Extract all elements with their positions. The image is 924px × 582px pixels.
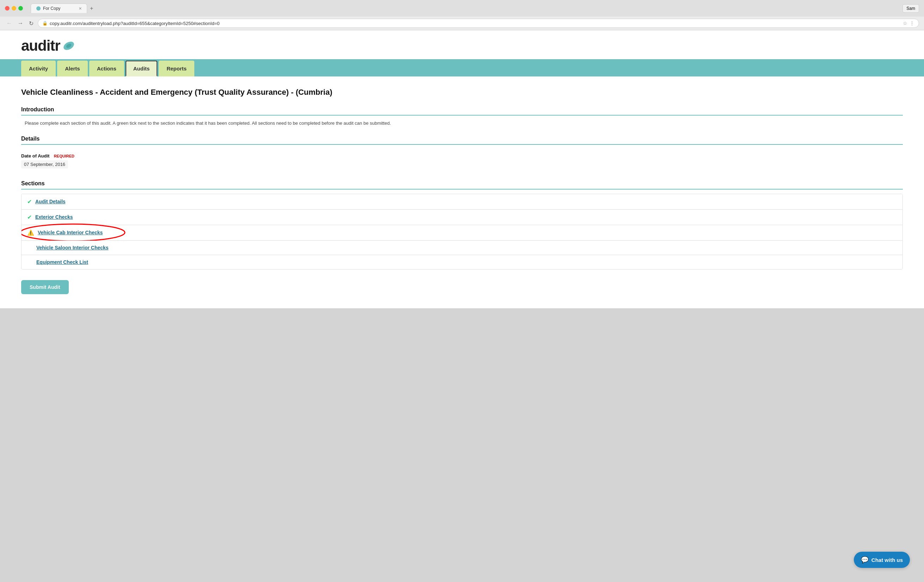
- warning-icon: ⚠️: [27, 229, 34, 236]
- bookmark-icon[interactable]: ☆: [903, 20, 908, 26]
- date-label: Date of Audit: [21, 153, 50, 158]
- minimize-button[interactable]: [12, 6, 16, 11]
- section-link-exterior-checks[interactable]: Exterior Checks: [35, 214, 73, 220]
- date-field: Date of Audit REQUIRED 07 September, 201…: [21, 149, 903, 172]
- lock-icon: 🔒: [42, 21, 48, 26]
- page-title: Vehicle Cleanliness - Accident and Emerg…: [21, 87, 903, 98]
- nav-bar: Activity Alerts Actions Audits Reports: [0, 59, 924, 76]
- close-button[interactable]: [5, 6, 10, 11]
- section-item-audit-details[interactable]: ✔ Audit Details: [21, 194, 903, 210]
- reload-button[interactable]: ↻: [28, 20, 35, 28]
- tab-favicon: [36, 6, 41, 11]
- tab-bar: For Copy ✕ +: [26, 3, 101, 13]
- date-value: 07 September, 2016: [21, 160, 68, 168]
- address-bar-row: ← → ↻ 🔒 copy.auditr.com/auditentryload.p…: [0, 16, 924, 30]
- url-text: copy.auditr.com/auditentryload.php?audit…: [50, 21, 901, 26]
- section-link-audit-details[interactable]: Audit Details: [35, 199, 66, 204]
- chat-icon: 💬: [861, 556, 869, 564]
- back-button[interactable]: ←: [5, 20, 13, 27]
- introduction-text: Please complete each section of this aud…: [21, 120, 903, 127]
- logo-text: auditr: [21, 37, 60, 54]
- logo-leaf-icon: [62, 39, 76, 53]
- active-tab[interactable]: For Copy ✕: [31, 3, 87, 13]
- tab-close-icon[interactable]: ✕: [79, 7, 82, 11]
- forward-button[interactable]: →: [16, 20, 25, 27]
- maximize-button[interactable]: [18, 6, 23, 11]
- sections-list: ✔ Audit Details ✔ Exterior Checks ⚠️ Veh…: [21, 194, 903, 270]
- logo: auditr: [21, 37, 903, 54]
- page-content: auditr Activity Alerts Actions Audits Re…: [0, 30, 924, 308]
- required-badge: REQUIRED: [54, 154, 74, 158]
- svg-point-0: [36, 7, 41, 11]
- details-heading: Details: [21, 136, 903, 145]
- check-icon: ✔: [27, 198, 32, 205]
- sections-heading: Sections: [21, 180, 903, 189]
- tab-reports[interactable]: Reports: [159, 61, 194, 76]
- section-item-equipment[interactable]: Equipment Check List: [21, 255, 903, 269]
- browser-chrome: For Copy ✕ + Sam ← → ↻ 🔒 copy.auditr.com…: [0, 0, 924, 30]
- address-bar[interactable]: 🔒 copy.auditr.com/auditentryload.php?aud…: [38, 19, 919, 28]
- introduction-heading: Introduction: [21, 107, 903, 115]
- tab-alerts[interactable]: Alerts: [57, 61, 88, 76]
- tab-audits[interactable]: Audits: [125, 61, 158, 76]
- section-link-vehicle-saloon[interactable]: Vehicle Saloon Interior Checks: [36, 245, 109, 250]
- user-menu-button[interactable]: Sam: [903, 4, 919, 13]
- section-link-equipment[interactable]: Equipment Check List: [36, 259, 88, 265]
- chat-button[interactable]: 💬 Chat with us: [854, 552, 910, 568]
- chat-button-label: Chat with us: [871, 557, 903, 563]
- tab-actions[interactable]: Actions: [89, 61, 124, 76]
- section-item-exterior-checks[interactable]: ✔ Exterior Checks: [21, 210, 903, 225]
- details-section: Details Date of Audit REQUIRED 07 Septem…: [21, 136, 903, 172]
- sections-container: Sections ✔ Audit Details ✔ Exterior Chec…: [21, 180, 903, 270]
- tab-title: For Copy: [43, 6, 60, 11]
- new-tab-button[interactable]: +: [87, 4, 96, 13]
- options-icon[interactable]: ⋮: [909, 20, 914, 26]
- logo-area: auditr: [0, 30, 924, 59]
- main-content: Vehicle Cleanliness - Accident and Emerg…: [0, 76, 924, 308]
- section-item-vehicle-cab[interactable]: ⚠️ Vehicle Cab Interior Checks: [21, 225, 903, 241]
- check-icon: ✔: [27, 214, 32, 220]
- window-controls: [5, 6, 23, 11]
- tab-activity[interactable]: Activity: [21, 61, 56, 76]
- submit-audit-button[interactable]: Submit Audit: [21, 280, 69, 294]
- title-bar: For Copy ✕ + Sam: [0, 0, 924, 16]
- section-link-vehicle-cab[interactable]: Vehicle Cab Interior Checks: [38, 230, 102, 235]
- section-item-vehicle-saloon[interactable]: Vehicle Saloon Interior Checks: [21, 241, 903, 255]
- introduction-section: Introduction Please complete each sectio…: [21, 107, 903, 127]
